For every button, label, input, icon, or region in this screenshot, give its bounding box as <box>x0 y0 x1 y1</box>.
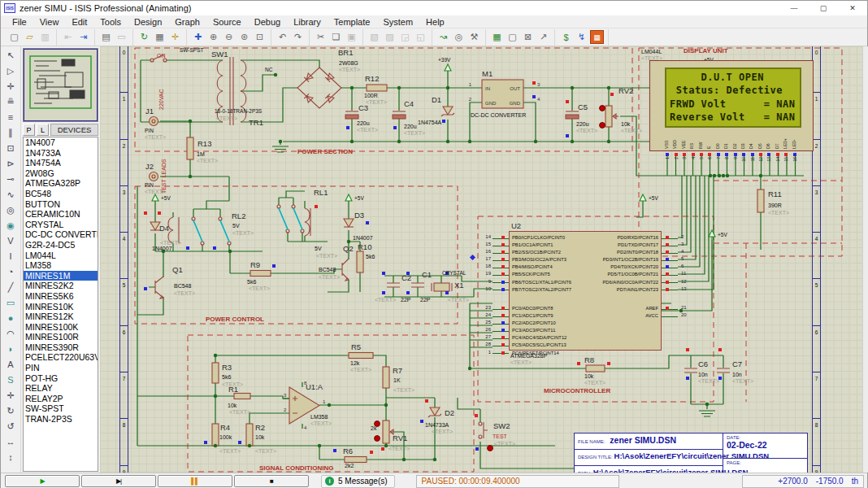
capacitor-c6[interactable] <box>684 368 697 373</box>
redo-button[interactable]: ↷ <box>291 30 305 44</box>
path-mode-icon[interactable]: ◗ <box>2 342 19 357</box>
close-button[interactable]: ✕ <box>838 1 867 15</box>
menu-file[interactable]: File <box>6 16 33 28</box>
device-relay[interactable]: RELAY <box>24 383 98 394</box>
title-bar[interactable]: ISIS zener SIMU - ISIS Professional (Ani… <box>1 1 867 15</box>
device-minres2k2[interactable]: MINRES2K2 <box>24 281 98 291</box>
design-explorer-button[interactable]: ▦ <box>490 30 504 44</box>
junction-dot-mode-icon[interactable]: ✛ <box>2 79 19 94</box>
menu-source[interactable]: Source <box>206 16 248 28</box>
mark-output-area-button[interactable]: ▭ <box>115 30 128 44</box>
resistor-r2[interactable] <box>246 424 253 446</box>
terminals-mode-icon[interactable]: ⊳ <box>2 156 19 172</box>
tape-recorder-mode-icon[interactable]: ◎ <box>2 203 19 218</box>
lcd-display-lm044l[interactable]: D.U.T OPEN Status: DefectiveFRWD Volt = … <box>649 60 814 151</box>
rotate-clockwise-icon[interactable]: ↻ <box>2 403 19 419</box>
copy-button[interactable]: ❏ <box>329 30 343 44</box>
selection-mode-icon[interactable]: ↖ <box>2 48 19 63</box>
generator-mode-icon[interactable]: ◉ <box>2 218 19 233</box>
resistor-r10[interactable] <box>357 251 363 272</box>
menu-debug[interactable]: Debug <box>248 16 287 28</box>
resistor-r8[interactable] <box>586 365 605 372</box>
new-design-button[interactable]: ▢ <box>7 30 21 44</box>
transistor-q2[interactable] <box>342 259 349 281</box>
menu-help[interactable]: Help <box>419 16 451 28</box>
device-tran-2p3s[interactable]: TRAN-2P3S <box>24 414 98 425</box>
play-button[interactable]: ▶ <box>5 475 80 487</box>
zoom-out-button[interactable]: ⊖ <box>222 30 236 44</box>
resistor-r6[interactable] <box>345 457 367 463</box>
block-rotate-button[interactable]: ◲ <box>398 30 412 44</box>
device-pins-mode-icon[interactable]: ⊸ <box>2 172 19 187</box>
line-mode-icon[interactable]: ╱ <box>2 280 19 295</box>
device-crystal[interactable]: CRYSTAL <box>24 220 98 230</box>
device-sw-spst[interactable]: SW-SPST <box>24 403 98 414</box>
menu-edit[interactable]: Edit <box>65 16 93 28</box>
capacitor-c3[interactable] <box>345 111 358 119</box>
device-minres100r[interactable]: MINRES100R <box>24 332 98 342</box>
print-button[interactable]: ▤ <box>99 30 113 44</box>
relay-rl1[interactable] <box>277 205 310 236</box>
symbol-mode-icon[interactable]: S <box>2 373 19 388</box>
button-sw2[interactable] <box>479 422 493 451</box>
virtual-instruments-mode-icon[interactable]: ◔ <box>2 264 19 280</box>
stop-button[interactable]: ■ <box>234 475 309 487</box>
bridge-rectifier-br1[interactable] <box>297 68 341 108</box>
component-mode-icon[interactable]: ▷ <box>2 63 19 79</box>
library-manager-button[interactable]: L <box>37 124 49 136</box>
device-dcdc-converter[interactable]: DC-DC CONVERTER <box>24 229 98 240</box>
resistor-r11[interactable] <box>757 190 764 212</box>
zener-diode-d1[interactable] <box>441 107 454 116</box>
zoom-all-button[interactable]: ⊛ <box>237 30 251 44</box>
minimize-button[interactable]: — <box>779 1 809 15</box>
text-script-mode-icon[interactable]: ≡ <box>2 110 19 125</box>
marker-mode-icon[interactable]: ✛ <box>2 388 19 403</box>
goto-sheet-button[interactable]: ↗ <box>536 30 550 44</box>
capacitor-c2[interactable] <box>387 283 400 287</box>
capacitor-c1[interactable] <box>411 283 424 287</box>
capacitor-c7[interactable] <box>717 368 730 373</box>
potentiometer-rv1[interactable] <box>375 420 394 443</box>
block-move-button[interactable]: ▨ <box>383 30 397 44</box>
rotate-anticlockwise-icon[interactable]: ↺ <box>2 419 19 434</box>
resistor-r13[interactable] <box>187 137 193 159</box>
device-1n4733a[interactable]: 1N4733A <box>24 148 98 159</box>
diode-d3[interactable] <box>344 219 354 227</box>
potentiometer-rv2[interactable] <box>600 106 618 129</box>
electrical-rules-check-button[interactable]: ↯ <box>575 30 588 44</box>
device-minres5k6[interactable]: MINRES5K6 <box>24 291 98 302</box>
menu-graph[interactable]: Graph <box>168 16 206 28</box>
export-section-button[interactable]: ⇥ <box>76 30 90 44</box>
menu-tools[interactable]: Tools <box>93 16 128 28</box>
microcontroller-u2[interactable]: 14PB0/ICP1/CLKO/PCINT015PB1/OC1A/PCINT11… <box>509 231 662 351</box>
toggle-grid-button[interactable]: ▦ <box>153 30 167 44</box>
device-minres12k[interactable]: MINRES12K <box>24 312 98 322</box>
resistor-r4[interactable] <box>212 424 219 446</box>
zoom-in-button[interactable]: ⊕ <box>206 30 220 44</box>
device-1n4007[interactable]: 1N4007 <box>24 137 98 148</box>
device-g2r-24-dc5[interactable]: G2R-24-DC5 <box>24 240 98 251</box>
transistor-q1[interactable] <box>155 277 163 298</box>
arc-mode-icon[interactable]: ◠ <box>2 326 19 342</box>
device-lm358[interactable]: LM358 <box>24 260 98 271</box>
bill-of-materials-button[interactable]: $ <box>559 30 573 44</box>
vertical-scrollbar[interactable] <box>862 46 868 473</box>
device-pin[interactable]: PIN <box>24 363 98 373</box>
device-button[interactable]: BUTTON <box>24 199 98 210</box>
pan-button[interactable]: ✚ <box>191 30 205 44</box>
menu-library[interactable]: Library <box>287 16 328 28</box>
wire-label-mode-icon[interactable]: ≞ <box>2 94 19 110</box>
buses-mode-icon[interactable]: ∥ <box>2 125 19 141</box>
connector-j2[interactable] <box>150 172 158 181</box>
schematic-canvas[interactable]: SW-SPST ON SW1 220VAC NC 18-0-18TRAN-2P3… <box>100 46 862 473</box>
resistor-r9[interactable] <box>250 271 271 277</box>
device-atmega328p[interactable]: ATMEGA328P <box>24 178 98 189</box>
remove-sheet-button[interactable]: ⊠ <box>521 30 535 44</box>
resistor-r12[interactable] <box>367 85 387 91</box>
device-1n4754a[interactable]: 1N4754A <box>24 158 98 168</box>
undo-button[interactable]: ↶ <box>276 30 289 44</box>
false-origin-button[interactable]: ✛ <box>168 30 182 44</box>
menu-system[interactable]: System <box>376 16 419 28</box>
y-mirror-icon[interactable]: ↕ <box>2 450 19 465</box>
subcircuit-mode-icon[interactable]: ⊡ <box>2 141 19 156</box>
